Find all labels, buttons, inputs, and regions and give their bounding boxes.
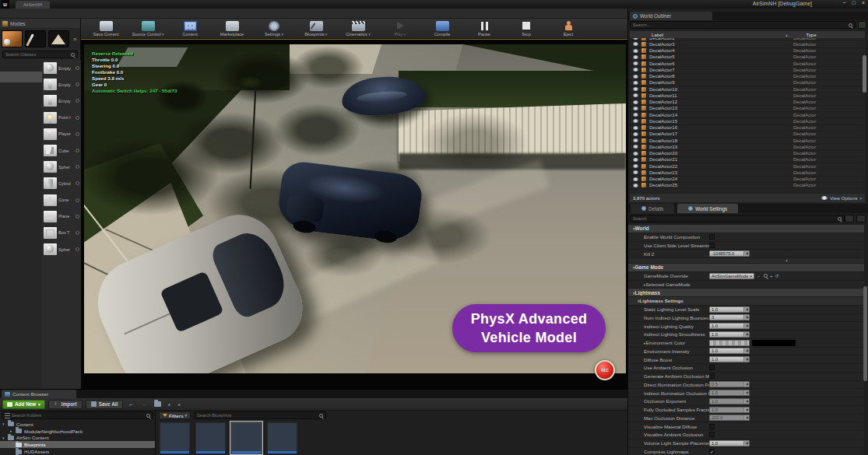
color-multi-strip[interactable] <box>709 340 750 346</box>
toolbar-button[interactable]: Save Current <box>86 19 126 38</box>
outliner-row[interactable]: DecalActor8 DecalActor <box>630 74 865 80</box>
toolbar-button[interactable]: Play <box>380 19 420 38</box>
tab-world-outliner[interactable]: World Outliner <box>630 12 712 20</box>
drag-handle-icon[interactable] <box>76 181 79 185</box>
expander-icon[interactable] <box>2 422 7 426</box>
place-mode-icon[interactable] <box>2 30 23 47</box>
property-row[interactable]: Indirect Illumination Occlusion Fraction… <box>628 389 864 397</box>
visibility-eye-icon[interactable] <box>633 164 638 168</box>
visibility-eye-icon[interactable] <box>633 93 638 97</box>
toolbar-button[interactable]: Pause <box>464 19 504 38</box>
breadcrumb-item[interactable] <box>174 401 184 407</box>
paint-mode-icon[interactable] <box>25 30 46 47</box>
drag-handle-icon[interactable] <box>76 215 79 219</box>
toolbar-button[interactable]: Eject <box>548 19 589 38</box>
toolbar-button[interactable]: Compile <box>422 19 462 38</box>
outliner-search-box[interactable] <box>630 21 856 29</box>
drag-handle-icon[interactable] <box>76 132 79 136</box>
property-checkbox[interactable] <box>709 373 715 379</box>
placeable-item[interactable]: Box T <box>42 225 81 241</box>
outliner-row[interactable]: DecalActor14 DecalActor <box>630 112 865 118</box>
folder-tree-item[interactable]: AirSim Content <box>0 435 155 442</box>
details-tab[interactable]: World Settings <box>677 204 738 213</box>
details-tab[interactable]: Details <box>631 204 674 213</box>
drag-handle-icon[interactable] <box>76 231 79 235</box>
save-all-button[interactable]: Save All <box>86 400 124 409</box>
visibility-eye-icon[interactable] <box>633 49 638 53</box>
property-value-field[interactable]: 1.0 <box>709 306 750 313</box>
folder-tree-item[interactable]: Blueprints <box>0 441 155 448</box>
mode-category[interactable] <box>0 61 42 72</box>
outliner-row[interactable]: DecalActor3 DecalActor <box>630 41 865 47</box>
placeable-item[interactable]: Cone <box>42 192 81 208</box>
property-row[interactable]: Kill Z -1048575.0 -1048575.0 ▾ ← <box>628 250 864 258</box>
property-checkbox[interactable] <box>709 449 715 454</box>
property-row[interactable]: Environment Color ▾ ← <box>628 339 864 348</box>
toolbar-button[interactable]: Stop <box>506 19 546 38</box>
drag-handle-icon[interactable] <box>76 198 79 202</box>
mode-category[interactable] <box>0 135 42 145</box>
property-row[interactable]: Visualize Material Diffuse ▾ ← <box>628 422 864 431</box>
visibility-eye-icon[interactable] <box>633 132 638 136</box>
property-row[interactable]: Visualize Ambient Occlusion ▾ ← <box>628 431 864 439</box>
spinner-icon[interactable] <box>743 390 749 395</box>
drag-handle-icon[interactable] <box>76 149 79 152</box>
property-row[interactable]: Environment Intensity 1.0 1.0 ▾ ← <box>628 348 864 356</box>
spinner-icon[interactable] <box>743 332 749 337</box>
outliner-row[interactable]: DecalActor11 DecalActor <box>630 93 865 99</box>
property-row[interactable]: Enable World Composition ▾ ← <box>628 233 864 242</box>
spinner-icon[interactable] <box>743 357 749 362</box>
outliner-row[interactable]: DecalActor13 DecalActor <box>630 106 865 112</box>
placeable-item[interactable]: Point l <box>42 110 81 126</box>
visibility-eye-icon[interactable] <box>633 81 638 85</box>
level-viewport[interactable]: Reverse ReleasedThrottle 0.0Steering 0.0… <box>81 39 627 389</box>
classes-search-box[interactable] <box>2 51 78 58</box>
outliner-row[interactable]: DecalActor7 DecalActor <box>630 67 865 73</box>
drag-handle-icon[interactable] <box>76 247 79 251</box>
column-type[interactable]: Type <box>788 33 817 37</box>
spinner-icon[interactable] <box>743 399 749 404</box>
settings-options-button[interactable] <box>856 215 866 222</box>
toolbar-button[interactable]: Blueprints <box>296 19 336 38</box>
property-value-field[interactable]: 1.0 <box>709 390 750 396</box>
spinner-icon[interactable] <box>743 441 749 446</box>
assets-search-box[interactable] <box>194 411 326 419</box>
property-value-field[interactable]: 1.0 <box>709 331 750 338</box>
visibility-eye-icon[interactable] <box>633 126 638 130</box>
import-button[interactable]: Import <box>48 400 83 409</box>
outliner-row[interactable]: DecalActor5 DecalActor <box>630 54 865 61</box>
placeable-item[interactable]: Cylind <box>42 175 81 191</box>
landscape-mode-icon[interactable] <box>48 30 69 47</box>
placeable-item[interactable]: Player <box>42 126 81 142</box>
spinner-icon[interactable] <box>743 251 749 256</box>
toolbar-button[interactable]: Marketplace <box>212 19 252 38</box>
breadcrumb-item[interactable] <box>164 401 174 407</box>
spinner-icon[interactable] <box>743 415 749 420</box>
settings-search-box[interactable] <box>630 215 845 222</box>
outliner-row[interactable]: DecalActor22 DecalActor <box>630 163 865 170</box>
property-checkbox[interactable] <box>709 424 715 429</box>
mode-category[interactable] <box>0 124 42 134</box>
visibility-eye-icon[interactable] <box>633 55 638 59</box>
outliner-row[interactable]: DecalActor20 DecalActor <box>630 151 865 157</box>
spinner-icon[interactable] <box>743 307 749 312</box>
outliner-row[interactable]: DecalActor23 DecalActor <box>630 170 865 176</box>
visibility-eye-icon[interactable] <box>633 158 638 162</box>
outliner-row[interactable]: DecalActor24 DecalActor <box>630 177 865 183</box>
placeable-item[interactable]: Cube <box>42 142 81 159</box>
outliner-row[interactable]: DecalActor15 DecalActor <box>630 118 865 124</box>
minimize-button[interactable]: − <box>843 0 846 5</box>
property-value-field[interactable]: 3 <box>709 314 750 320</box>
placeable-item[interactable]: Plane <box>42 208 81 225</box>
property-value-field[interactable]: 0.5 <box>709 381 750 387</box>
asset-tile[interactable] <box>265 421 299 455</box>
environment-color-swatch[interactable] <box>752 340 796 346</box>
placeable-item[interactable]: Empty <box>42 93 81 109</box>
property-checkbox[interactable] <box>709 365 715 370</box>
property-row[interactable]: Use Ambient Occlusion ▾ ← <box>628 364 864 373</box>
outliner-row[interactable]: DecalActor12 DecalActor <box>630 100 865 106</box>
outliner-row[interactable]: DecalActor25 DecalActor <box>630 183 865 189</box>
expander-icon[interactable] <box>10 429 15 433</box>
placeable-item[interactable]: Spher <box>42 159 81 175</box>
property-row[interactable]: Volume Light Sample Placement Scale 1.0 … <box>628 439 864 448</box>
